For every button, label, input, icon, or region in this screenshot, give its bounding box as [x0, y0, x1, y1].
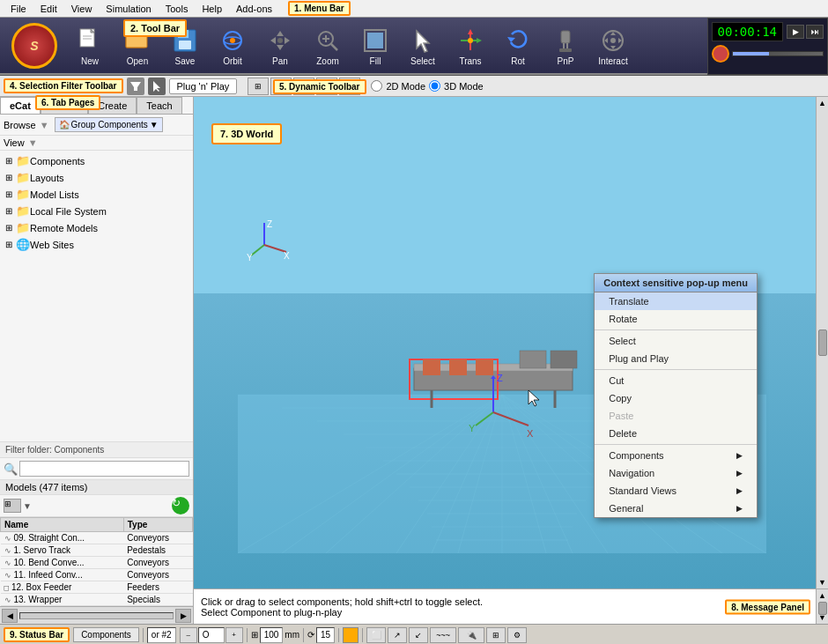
- menu-file[interactable]: File: [4, 2, 33, 16]
- context-menu-header: Context sensitive pop-up menu: [595, 274, 757, 292]
- mode-3d-label: 3D Mode: [444, 81, 484, 92]
- scroll-track[interactable]: [19, 612, 174, 619]
- menu-tools[interactable]: Tools: [159, 2, 196, 16]
- ctx-rotate[interactable]: Rotate: [595, 310, 757, 328]
- status-tab-components[interactable]: Components: [73, 627, 139, 642]
- zoom-in-status-btn[interactable]: +: [225, 627, 243, 643]
- pan-icon: [264, 25, 296, 56]
- message-scrollbar[interactable]: ▲ ▼: [816, 589, 828, 624]
- menu-edit[interactable]: Edit: [33, 2, 64, 16]
- zoom-out-status-btn[interactable]: –: [180, 627, 197, 643]
- tree-item-modellists[interactable]: ⊞ 📁 Model Lists: [2, 186, 191, 203]
- menu-simulation[interactable]: Simulation: [99, 2, 158, 16]
- ctx-components[interactable]: Components: [595, 447, 757, 464]
- fill-button[interactable]: Fill: [352, 20, 398, 71]
- dyn-btn-1[interactable]: ⊞: [248, 78, 269, 95]
- tool-bar: 2. Tool Bar S New: [0, 18, 707, 75]
- tree-expand-layouts[interactable]: ⊞: [5, 173, 16, 182]
- mode-2d-label: 2D Mode: [386, 81, 425, 92]
- zoom-button[interactable]: Zoom: [305, 20, 351, 71]
- fill-label: Fill: [370, 56, 381, 66]
- status-icon-2[interactable]: ↗: [388, 627, 407, 643]
- sim-record-btn[interactable]: [712, 45, 729, 63]
- table-row[interactable]: ∿1. Servo Track Pedestals: [1, 544, 193, 557]
- tree-expand-components[interactable]: ⊞: [5, 156, 16, 166]
- ctx-copy[interactable]: Copy: [595, 389, 757, 407]
- tree-item-components[interactable]: ⊞ 📁 Components: [2, 152, 191, 169]
- world-scrollbar-v[interactable]: ▲ ▼: [816, 97, 828, 588]
- svg-marker-39: [604, 38, 608, 43]
- status-icon-4[interactable]: ~~~: [430, 627, 456, 643]
- status-icon-7[interactable]: ⚙: [507, 627, 527, 643]
- ctx-plugandplay[interactable]: Plug and Play: [595, 350, 757, 367]
- new-button[interactable]: New: [67, 20, 113, 71]
- trans-button[interactable]: Trans: [447, 20, 493, 71]
- status-icon-3[interactable]: ↙: [409, 627, 428, 643]
- zoom-icon: [312, 25, 344, 56]
- menu-view[interactable]: View: [64, 2, 100, 16]
- table-row[interactable]: ∿10. Bend Conve... Conveyors: [1, 557, 193, 569]
- tree-expand-modellists[interactable]: ⊞: [5, 189, 16, 199]
- search-input[interactable]: [19, 461, 189, 477]
- world-area[interactable]: 7. 3D World: [194, 97, 828, 588]
- tree-label-components: Components: [30, 156, 85, 167]
- color-swatch-yellow[interactable]: [343, 627, 359, 643]
- tree-item-layouts[interactable]: ⊞ 📁 Layouts: [2, 169, 191, 186]
- rot-button[interactable]: Rot: [495, 20, 541, 71]
- mode-3d-radio[interactable]: [429, 80, 440, 92]
- refresh-button[interactable]: ↻: [172, 497, 189, 514]
- scrollbar-down-btn[interactable]: ▼: [818, 578, 826, 587]
- menu-help[interactable]: Help: [195, 2, 229, 16]
- tree-expand-websites[interactable]: ⊞: [5, 240, 16, 249]
- models-view-grid[interactable]: ⊞: [4, 499, 21, 513]
- msg-scroll-down[interactable]: ▼: [818, 613, 826, 622]
- table-row[interactable]: ∿13. Wrapper Specials: [1, 594, 193, 606]
- tree-label-localfs: Local File System: [30, 206, 107, 217]
- tree-expand-remotemodels[interactable]: ⊞: [5, 223, 16, 233]
- ctx-cut[interactable]: Cut: [595, 372, 757, 389]
- menu-addons[interactable]: Add-ons: [229, 2, 279, 16]
- ctx-standard-views[interactable]: Standard Views: [595, 482, 757, 500]
- scroll-right-btn[interactable]: ▶: [175, 609, 191, 623]
- mode-2d-radio[interactable]: [371, 80, 382, 92]
- table-row[interactable]: ∿09. Straight Con... Conveyors: [1, 532, 193, 544]
- sim-play-btn[interactable]: ▶: [787, 25, 804, 39]
- tree-item-websites[interactable]: ⊞ 🌐 Web Sites: [2, 236, 191, 253]
- status-icon-1[interactable]: ⬜: [366, 627, 386, 643]
- scrollbar-thumb-v[interactable]: [818, 329, 827, 356]
- selection-filter-toolbar: 4. Selection Filter Toolbar Plug 'n' Pla…: [0, 76, 828, 97]
- scroll-left-btn[interactable]: ◀: [2, 609, 18, 623]
- tab-teach[interactable]: Teach: [137, 97, 181, 114]
- table-row[interactable]: ∿11. Infeed Conv... Conveyors: [1, 569, 193, 581]
- msg-scroll-up[interactable]: ▲: [817, 591, 828, 600]
- status-icons-group: ⬜ ↗ ↙ ~~~ 🔌 ⊞ ⚙: [366, 627, 527, 643]
- table-row[interactable]: □12. Box Feeder Feeders: [1, 581, 193, 594]
- tree-item-localfs[interactable]: ⊞ 📁 Local File System: [2, 203, 191, 219]
- folder-icon-components: 📁: [16, 154, 30, 167]
- orbit-button[interactable]: Orbit: [210, 20, 255, 71]
- sort-dropdown[interactable]: ▼: [23, 501, 32, 511]
- col-name[interactable]: Name: [1, 518, 124, 532]
- interact-button[interactable]: Interact: [590, 20, 636, 71]
- ctx-select[interactable]: Select: [595, 332, 757, 350]
- status-icon-6[interactable]: ⊞: [486, 627, 506, 643]
- status-icon-5[interactable]: 🔌: [458, 627, 484, 643]
- tree-expand-localfs[interactable]: ⊞: [5, 206, 16, 216]
- scrollbar-up-btn[interactable]: ▲: [818, 99, 826, 107]
- select-button[interactable]: Select: [400, 20, 446, 71]
- ctx-general[interactable]: General: [595, 500, 757, 517]
- col-type[interactable]: Type: [123, 518, 192, 532]
- view-label: View: [4, 137, 25, 148]
- ctx-delete[interactable]: Delete: [595, 425, 757, 442]
- sim-end-btn[interactable]: ⏭: [806, 25, 824, 39]
- group-components-dropdown[interactable]: 🏠 Group Components ▼: [55, 117, 163, 132]
- pan-button[interactable]: Pan: [257, 20, 303, 71]
- sim-controls: 00:00:14 ▶ ⏭: [707, 18, 828, 75]
- tab-ecat[interactable]: eCat: [0, 97, 41, 114]
- ctx-translate[interactable]: Translate: [595, 292, 757, 310]
- pnp-button[interactable]: PnP: [543, 20, 588, 71]
- ctx-navigation[interactable]: Navigation: [595, 464, 757, 482]
- tree-item-remotemodels[interactable]: ⊞ 📁 Remote Models: [2, 219, 191, 236]
- plug-n-play-button[interactable]: Plug 'n' Play: [169, 78, 238, 94]
- new-icon: [74, 25, 106, 56]
